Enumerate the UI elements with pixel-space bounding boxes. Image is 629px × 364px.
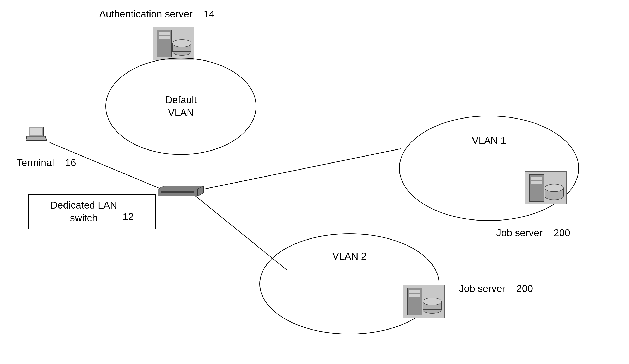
- lan-switch-number: 12: [123, 211, 134, 222]
- vlan1-label: VLAN 1: [472, 135, 506, 146]
- svg-point-21: [545, 184, 563, 192]
- terminal-label-group: Terminal 16: [16, 157, 76, 168]
- vlan1-ellipse: VLAN 1: [399, 116, 579, 221]
- auth-server-number: 14: [203, 8, 214, 19]
- svg-rect-18: [531, 181, 542, 184]
- default-vlan-label: Default VLAN: [165, 93, 197, 119]
- svg-rect-17: [531, 177, 542, 180]
- vlan1-server-icon: [525, 171, 567, 204]
- default-vlan-ellipse: Default VLAN: [105, 58, 256, 155]
- vlan2-ellipse: VLAN 2: [260, 233, 439, 335]
- auth-server-text: Authentication server: [99, 8, 192, 19]
- vlan2-server-icon: [403, 285, 445, 318]
- svg-point-28: [423, 298, 442, 305]
- svg-rect-14: [161, 191, 194, 193]
- svg-rect-25: [409, 294, 420, 297]
- auth-server-icon: [153, 27, 194, 60]
- svg-rect-6: [159, 32, 169, 35]
- job-server1-number: 200: [554, 227, 570, 238]
- terminal-text: Terminal: [16, 157, 54, 168]
- vlan2-label: VLAN 2: [332, 251, 366, 262]
- job-server2-label-group: Job server 200: [459, 283, 533, 294]
- svg-rect-7: [159, 36, 169, 39]
- svg-rect-24: [409, 290, 420, 293]
- svg-line-2: [205, 149, 401, 189]
- svg-point-10: [173, 40, 191, 47]
- lan-switch-text: Dedicated LAN switch: [50, 199, 117, 225]
- job-server2-text: Job server: [459, 283, 505, 294]
- lan-switch-icon: [158, 186, 204, 196]
- lan-switch-box: Dedicated LAN switch 12: [28, 194, 156, 229]
- terminal-laptop-icon: [26, 126, 46, 142]
- terminal-number: 16: [65, 157, 76, 168]
- job-server1-label-group: Job server 200: [496, 227, 570, 238]
- auth-server-label: Authentication server 14: [99, 8, 215, 20]
- job-server2-number: 200: [516, 283, 533, 294]
- job-server1-text: Job server: [496, 227, 543, 238]
- svg-rect-12: [30, 128, 42, 135]
